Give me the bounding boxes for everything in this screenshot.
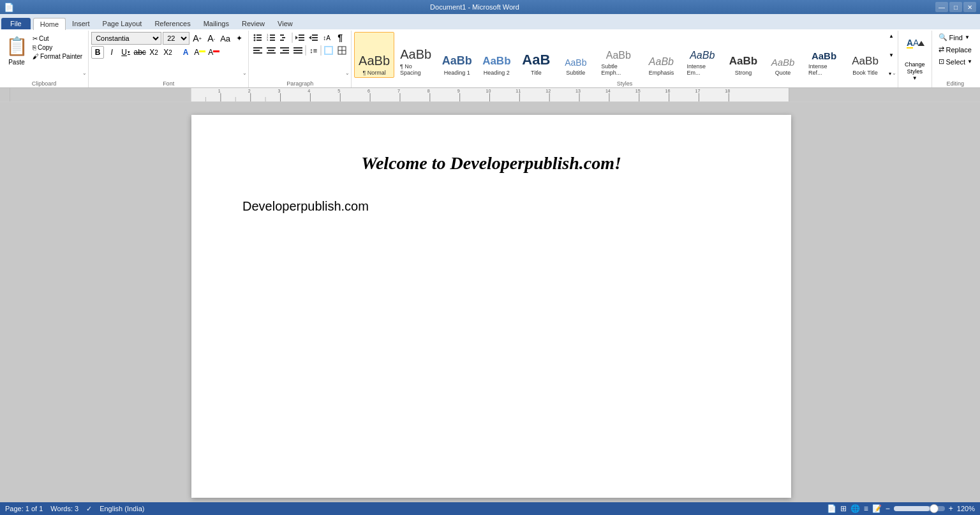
highlight-button[interactable]: A [193, 46, 206, 59]
minimize-button[interactable]: — [935, 2, 948, 12]
style-normal[interactable]: AaBb ¶ Normal [354, 32, 394, 78]
line-spacing-button[interactable]: ↕≡ [307, 45, 320, 56]
justify-button[interactable] [292, 45, 304, 56]
tab-page-layout[interactable]: Page Layout [96, 18, 149, 29]
paragraph-expand[interactable]: ⌄ [345, 70, 350, 76]
style-subtle-emph[interactable]: AaBb Subtle Emph... [595, 32, 641, 78]
tab-view[interactable]: View [271, 18, 299, 29]
underline-button[interactable]: U▾ [119, 46, 132, 59]
find-button[interactable]: 🔍 Find ▼ [935, 32, 977, 43]
maximize-button[interactable]: □ [949, 2, 962, 12]
style-heading2[interactable]: AaBb Heading 2 [477, 32, 516, 78]
zoom-out-button[interactable]: − [886, 504, 890, 513]
view-draft-icon[interactable]: 📝 [872, 504, 882, 513]
view-outline-icon[interactable]: ≡ [864, 504, 868, 513]
superscript-button[interactable]: X2 [161, 46, 174, 59]
font-expand[interactable]: ⌄ [242, 70, 247, 76]
svg-rect-18 [299, 40, 304, 41]
change-case-button[interactable]: Aa [219, 32, 232, 45]
view-normal-icon[interactable]: 📄 [827, 504, 836, 513]
clear-formatting-button[interactable]: ✦ [233, 32, 246, 45]
paste-button[interactable]: 📋 Paste [4, 32, 29, 67]
decrease-indent-button[interactable] [293, 32, 306, 43]
format-painter-button[interactable]: 🖌 Format Painter [31, 52, 84, 61]
close-button[interactable]: ✕ [963, 2, 976, 12]
cut-button[interactable]: ✂ Cut [31, 34, 84, 43]
bullets-button[interactable] [251, 32, 264, 43]
svg-text:3: 3 [278, 89, 281, 93]
format-painter-icon: 🖌 [33, 53, 39, 60]
multilevel-list-button[interactable] [278, 32, 291, 43]
borders-button[interactable] [336, 45, 348, 56]
zoom-level[interactable]: 120% [957, 505, 975, 512]
view-web-icon[interactable]: 🌐 [850, 504, 860, 513]
subscript-button[interactable]: X2 [147, 46, 160, 59]
document-page[interactable]: Welcome to Developerpublish.com! Develop… [191, 115, 791, 498]
shading-button[interactable] [322, 45, 335, 56]
select-button[interactable]: ⊡ Select ▼ [935, 56, 977, 67]
view-fullscreen-icon[interactable]: ⊞ [840, 504, 847, 513]
svg-rect-14 [280, 40, 284, 41]
styles-expand[interactable]: ⌄ [892, 70, 896, 76]
align-left-button[interactable] [251, 45, 264, 56]
sort-button[interactable]: ↕A [320, 32, 333, 43]
document-subtext[interactable]: Developerpublish.com [242, 199, 740, 214]
style-subtitle-label: Subtitle [566, 70, 585, 76]
zoom-slider-track[interactable] [894, 506, 945, 511]
font-name-select[interactable]: Constantia [91, 32, 161, 45]
bold-button[interactable]: B [91, 46, 104, 59]
clipboard-area: 📋 Paste ✂ Cut ⎘ Copy 🖌 Format Painter [4, 32, 84, 67]
tab-review[interactable]: Review [235, 18, 271, 29]
style-quote[interactable]: AaBb Quote [763, 32, 803, 78]
tab-mailings[interactable]: Mailings [197, 18, 235, 29]
tab-home[interactable]: Home [33, 18, 66, 30]
svg-point-2 [254, 37, 256, 39]
strikethrough-button[interactable]: abc [133, 46, 146, 59]
replace-button[interactable]: ⇄ Replace [935, 44, 977, 55]
copy-button[interactable]: ⎘ Copy [31, 43, 84, 52]
style-strong[interactable]: AaBb Strong [724, 32, 763, 78]
tab-references[interactable]: References [148, 18, 197, 29]
clipboard-expand[interactable]: ⌄ [82, 70, 87, 76]
style-heading1[interactable]: AaBb Heading 1 [437, 32, 477, 78]
increase-indent-button[interactable] [307, 32, 320, 43]
ribbon: 📋 Paste ✂ Cut ⎘ Copy 🖌 Format Painter [0, 29, 980, 88]
font-size-select[interactable]: 22 [163, 32, 189, 45]
style-intense-ref-label: Intense Ref... [808, 63, 840, 76]
align-center-button[interactable] [265, 45, 278, 56]
font-color-button[interactable]: A [207, 46, 220, 59]
font-row1: Constantia 22 A+ A- Aa ✦ [91, 32, 246, 45]
style-intense-em[interactable]: AaBb Intense Em... [681, 32, 724, 78]
zoom-slider-thumb[interactable] [930, 504, 939, 513]
style-h1-preview: AaBb [442, 55, 472, 68]
numbering-button[interactable]: 1.2.3. [265, 32, 278, 43]
style-title[interactable]: AaB Title [516, 32, 556, 78]
style-emphasis[interactable]: AaBb Emphasis [641, 32, 681, 78]
zoom-in-button[interactable]: + [949, 504, 953, 513]
show-marks-button[interactable]: ¶ [334, 32, 346, 43]
italic-button[interactable]: I [105, 46, 118, 59]
increase-font-button[interactable]: A+ [191, 32, 204, 45]
text-effects-button[interactable]: A [179, 46, 192, 59]
style-subtitle[interactable]: AaBb Subtitle [556, 32, 595, 78]
svg-text:18: 18 [725, 89, 730, 93]
style-no-spacing[interactable]: AaBb ¶ No Spacing [394, 32, 437, 78]
decrease-font-button[interactable]: A- [205, 32, 218, 45]
scissors-icon: ✂ [33, 35, 38, 42]
spell-check-icon: ✓ [86, 505, 92, 513]
editing-group: 🔍 Find ▼ ⇄ Replace ⊡ Select ▼ Editing [932, 31, 979, 87]
editing-area: 🔍 Find ▼ ⇄ Replace ⊡ Select ▼ [935, 32, 977, 67]
align-right-button[interactable] [278, 45, 291, 56]
svg-rect-25 [253, 52, 262, 54]
style-nospace-preview: AaBb [400, 47, 431, 61]
language[interactable]: English (India) [100, 505, 144, 512]
tab-file[interactable]: File [1, 18, 31, 29]
change-styles-label: ChangeStyles [905, 61, 925, 75]
change-styles-button[interactable]: A A ChangeStyles ▼ [901, 32, 929, 84]
document-heading[interactable]: Welcome to Developerpublish.com! [242, 153, 740, 174]
tab-insert[interactable]: Insert [66, 18, 96, 29]
style-scroll-down[interactable]: ▼ [887, 51, 895, 59]
style-book-title[interactable]: AaBb Book Title [845, 32, 885, 78]
style-scroll-up[interactable]: ▲ [887, 32, 895, 40]
style-intense-ref[interactable]: AaBb Intense Ref... [803, 32, 845, 78]
